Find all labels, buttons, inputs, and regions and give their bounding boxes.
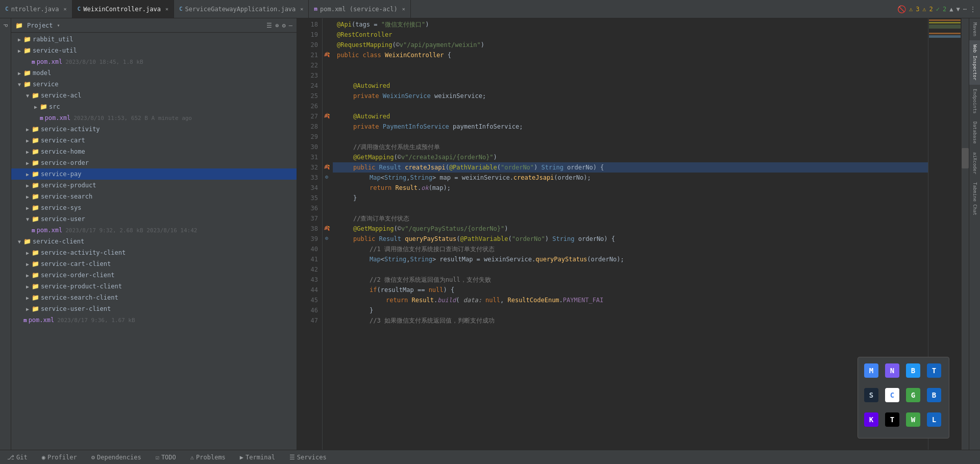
tree-item-service-sys[interactable]: ▶ 📁 service-sys	[11, 202, 297, 213]
collapse-all-icon[interactable]: ☰	[266, 22, 272, 29]
folder-icon-user-client: 📁	[32, 305, 39, 312]
gutter-icon-21[interactable]: 🍂	[323, 49, 331, 59]
line-num-42: 42	[297, 264, 318, 275]
tree-item-service-home[interactable]: ▶ 📁 service-home	[11, 146, 297, 157]
code-line-33: Map<String,String> map = weixinService.c…	[333, 173, 928, 183]
tree-item-order-client[interactable]: ▶ 📁 service-order-client	[11, 270, 297, 281]
up-arrow-icon[interactable]: ▲	[949, 6, 953, 13]
down-arrow-icon[interactable]: ▼	[957, 6, 960, 13]
endpoints-tab[interactable]: Endpoints	[969, 85, 980, 118]
tree-item-pom4[interactable]: m pom.xml 2023/8/17 9:36, 1.67 kB	[11, 314, 297, 326]
arrow-icon-search-client: ▶	[23, 295, 32, 301]
line-num-33: 33	[297, 173, 318, 183]
code-line-34: return Result.ok(map);	[333, 183, 928, 193]
folder-icon-order-client: 📁	[32, 272, 39, 279]
status-git[interactable]: ⎇ Git	[4, 453, 31, 462]
tree-item-service-acl[interactable]: ▼ 📁 service-acl	[11, 90, 297, 101]
line-num-29: 29	[297, 132, 318, 142]
tab-weixin[interactable]: C WeixinController.java ✕	[72, 0, 174, 18]
tab-pom[interactable]: m pom.xml (service-acl) ✕	[309, 0, 410, 18]
tree-item-search-client[interactable]: ▶ 📁 service-search-client	[11, 292, 297, 303]
tree-item-service-search[interactable]: ▶ 📁 service-search	[11, 191, 297, 202]
arrow-icon-order-client: ▶	[23, 273, 32, 278]
tree-item-service-order[interactable]: ▶ 📁 service-order	[11, 157, 297, 168]
code-line-42	[333, 264, 928, 275]
status-services[interactable]: ☰ Services	[286, 453, 330, 462]
popup-icon-tiktok[interactable]: T	[883, 410, 901, 429]
tree-item-service-activity[interactable]: ▶ 📁 service-activity	[11, 124, 297, 135]
tree-item-service[interactable]: ▼ 📁 service	[11, 79, 297, 90]
wechat-icon: W	[906, 412, 920, 427]
folder-icon-product-client: 📁	[32, 283, 39, 290]
locate-icon[interactable]: ⊕	[275, 22, 279, 29]
tree-item-activity-client[interactable]: ▶ 📁 service-activity-client	[11, 247, 297, 258]
more-options-icon[interactable]: ⋮	[970, 6, 976, 13]
tree-item-pom3[interactable]: m pom.xml 2023/8/17 9:32, 2.68 kB 2023/8…	[11, 225, 297, 236]
aixcoder-tab[interactable]: aiXcoder	[969, 148, 980, 178]
tree-item-model[interactable]: ▶ 📁 model	[11, 67, 297, 79]
eye-off-icon[interactable]: 🚫	[897, 5, 906, 13]
popup-icon-blue2[interactable]: B	[925, 386, 943, 404]
popup-icon-lark[interactable]: L	[925, 410, 943, 429]
popup-icon-wechat[interactable]: W	[904, 410, 922, 429]
web-inspector-tab[interactable]: Web Inspector	[969, 40, 980, 84]
minimize-icon[interactable]: —	[289, 22, 292, 29]
tab-close-ntroller[interactable]: ✕	[64, 6, 67, 12]
status-dependencies[interactable]: ⚙ Dependencies	[88, 453, 144, 462]
gutter-icon-31[interactable]: 🍂	[323, 161, 331, 172]
popup-icon-todo[interactable]: T	[925, 361, 943, 380]
terminal-icon: ▶	[240, 454, 243, 461]
popup-icon-bluetooth[interactable]: B	[904, 361, 922, 380]
tree-item-pom1[interactable]: m pom.xml 2023/8/10 18:45, 1.8 kB	[11, 56, 297, 67]
left-bar-project[interactable]: P	[1, 20, 11, 31]
tab-gateway[interactable]: C ServiceGatewayApplication.java ✕	[174, 0, 309, 18]
tree-item-pom2[interactable]: m pom.xml 2023/8/10 11:53, 652 B A minut…	[11, 112, 297, 124]
tree-item-service-user[interactable]: ▼ 📁 service-user	[11, 213, 297, 225]
code-lines[interactable]: @Api(tags = "微信支付接口") @RestController @R…	[333, 18, 928, 450]
tree-item-cart-client[interactable]: ▶ 📁 service-cart-client	[11, 258, 297, 270]
tree-item-src[interactable]: ▶ 📁 src	[11, 101, 297, 112]
popup-icon-onenote[interactable]: N	[883, 361, 901, 380]
popup-icon-greent[interactable]: G	[904, 386, 922, 404]
popup-icon-chrome[interactable]: C	[883, 386, 901, 404]
status-terminal[interactable]: ▶ Terminal	[237, 453, 278, 462]
gutter-breakpoint-39[interactable]: ⊙	[323, 233, 331, 243]
status-todo[interactable]: ☑ TODO	[153, 453, 179, 462]
scrollbar-thumb[interactable]	[962, 148, 969, 168]
folder-icon-search: 📁	[32, 193, 39, 200]
tree-item-service-product[interactable]: ▶ 📁 service-product	[11, 180, 297, 191]
project-dropdown-icon[interactable]: ▾	[57, 22, 60, 28]
tab-close-weixin[interactable]: ✕	[165, 6, 168, 12]
status-problems[interactable]: ⚠ Problems	[187, 453, 229, 462]
status-profiler[interactable]: ◉ Profiler	[39, 453, 80, 462]
tab-list-icon[interactable]: ⋯	[963, 6, 967, 13]
tab-ntroller[interactable]: C ntroller.java ✕	[0, 0, 72, 18]
line-num-25: 25	[297, 91, 318, 101]
gutter-breakpoint-32[interactable]: ⊙	[323, 172, 331, 182]
tree-item-service-client[interactable]: ▼ 📁 service-client	[11, 236, 297, 247]
database-tab[interactable]: Database	[969, 117, 980, 148]
popup-icon-steam[interactable]: S	[862, 386, 880, 404]
settings-icon[interactable]: ⚙	[282, 22, 286, 29]
tab-close-pom[interactable]: ✕	[402, 6, 405, 12]
popup-icon-k[interactable]: K	[862, 410, 880, 429]
tree-item-service-cart[interactable]: ▶ 📁 service-cart	[11, 135, 297, 146]
gutter-icon-38[interactable]: 🍂	[323, 223, 331, 233]
tab-close-gateway[interactable]: ✕	[300, 6, 303, 12]
tabmine-chat-tab[interactable]: Tabmine Chat	[969, 178, 980, 219]
arrow-icon-home: ▶	[23, 149, 32, 155]
folder-icon-cart: 📁	[32, 137, 39, 144]
gutter-icon-27[interactable]: 🍂	[323, 110, 331, 120]
tree-item-service-pay[interactable]: ▶ 📁 service-pay	[11, 168, 297, 180]
tree-item-product-client[interactable]: ▶ 📁 service-product-client	[11, 281, 297, 292]
tree-item-service-util[interactable]: ▶ 📁 service-util	[11, 45, 297, 56]
blue-icon-2: B	[927, 388, 941, 402]
maven-panel-tab[interactable]: Maven	[969, 18, 980, 40]
tree-item-rabbit-util[interactable]: ▶ 📁 rabbit_util	[11, 34, 297, 45]
code-line-38: @GetMapping(©v"/queryPayStatus/{orderNo}…	[333, 224, 928, 234]
dependencies-icon: ⚙	[91, 454, 95, 461]
popup-icon-teams[interactable]: M	[862, 361, 880, 380]
tree-item-user-client[interactable]: ▶ 📁 service-user-client	[11, 303, 297, 314]
code-line-21: public class WeixinController {	[333, 50, 928, 60]
folder-icon-client: 📁	[23, 238, 31, 245]
